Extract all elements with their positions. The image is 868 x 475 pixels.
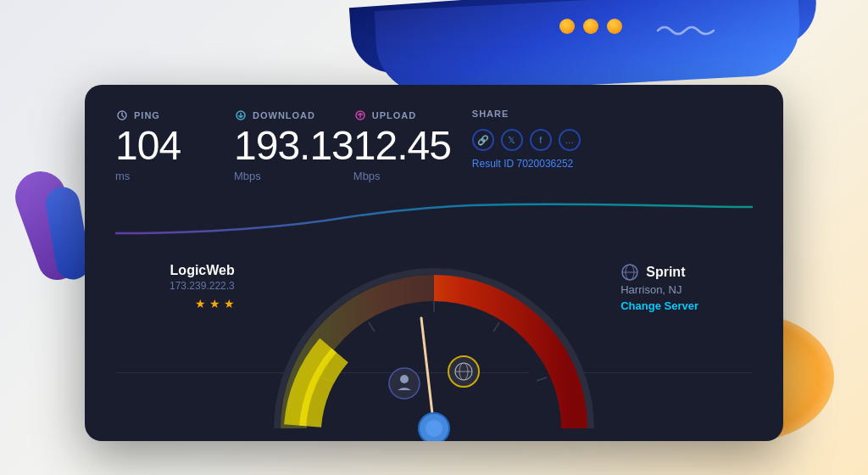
svg-point-20 [426, 420, 442, 437]
upload-unit: Mbps [353, 170, 472, 182]
share-label: SHARE [472, 109, 608, 119]
result-id-value: 7020036252 [517, 158, 574, 170]
dots-group [559, 19, 622, 34]
svg-point-12 [400, 375, 409, 383]
gauge-needle [419, 318, 449, 441]
ping-icon [115, 109, 129, 122]
server-right-name: Sprint [646, 265, 685, 280]
speedtest-card: PING 104 ms DOWNLOAD 193.13 Mbps [85, 85, 783, 441]
server-right-location: Harrison, NJ [620, 283, 698, 296]
share-icons-row: 🔗 𝕏 f … [472, 129, 608, 151]
squiggle-decoration [656, 22, 715, 42]
server-right-info: Sprint Harrison, NJ Change Server [620, 263, 698, 312]
gauge-section: LogicWeb 173.239.222.3 ★ ★ ★ Sprint Harr… [85, 246, 783, 441]
share-link-button[interactable]: 🔗 [472, 129, 494, 151]
graph-area [85, 195, 783, 246]
share-more-button[interactable]: … [559, 129, 581, 151]
ping-value: 104 [115, 126, 234, 166]
server-left-stars: ★ ★ ★ [170, 297, 235, 310]
download-label: DOWNLOAD [234, 109, 353, 122]
result-id: Result ID 7020036252 [472, 158, 608, 170]
ping-label: PING [115, 109, 234, 122]
upload-label: UPLOAD [353, 109, 472, 122]
share-stat: SHARE 🔗 𝕏 f … Result ID 7020036252 [472, 109, 608, 170]
gauge-svg [273, 263, 595, 441]
upload-stat: UPLOAD 12.45 Mbps [353, 109, 472, 182]
download-value: 193.13 [234, 126, 353, 166]
svg-line-17 [421, 318, 434, 428]
ping-stat: PING 104 ms [115, 109, 234, 182]
change-server-button[interactable]: Change Server [620, 299, 698, 312]
dot-2 [583, 19, 598, 34]
stats-row: PING 104 ms DOWNLOAD 193.13 Mbps [85, 85, 783, 195]
upload-icon [353, 109, 367, 122]
ping-unit: ms [115, 170, 234, 182]
share-facebook-button[interactable]: f [530, 129, 552, 151]
download-icon [234, 109, 248, 122]
download-stat: DOWNLOAD 193.13 Mbps [234, 109, 353, 182]
server-left-ip: 173.239.222.3 [170, 280, 235, 292]
globe-icon [620, 263, 639, 282]
dot-1 [559, 19, 575, 34]
server-left-info: LogicWeb 173.239.222.3 ★ ★ ★ [170, 263, 235, 310]
server-left-name: LogicWeb [170, 263, 235, 278]
center-globe-icon [448, 356, 479, 387]
upload-value: 12.45 [353, 126, 472, 166]
share-twitter-button[interactable]: 𝕏 [501, 129, 523, 151]
gauge-wrapper [273, 263, 595, 441]
person-icon [389, 368, 420, 399]
download-unit: Mbps [234, 170, 353, 182]
dot-3 [607, 19, 622, 34]
